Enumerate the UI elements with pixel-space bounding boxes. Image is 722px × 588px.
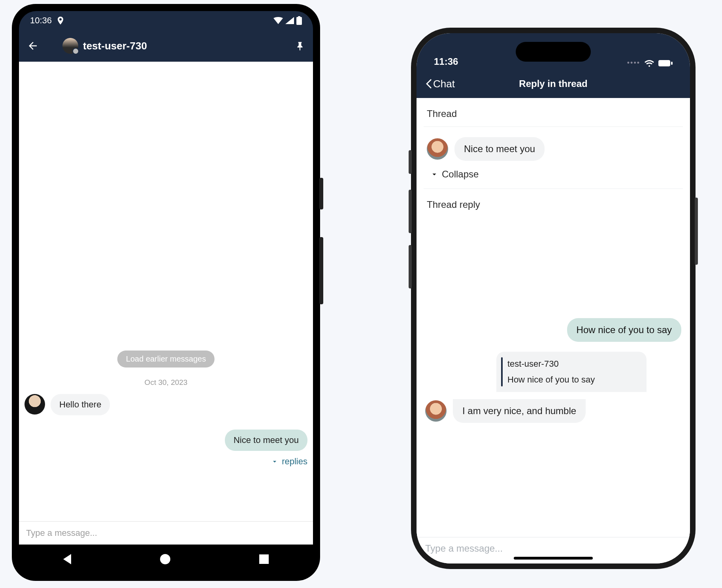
message-bubble-incoming[interactable]: I am very nice, and humble — [453, 399, 586, 423]
chat-header-title: test-user-730 — [83, 40, 147, 52]
chat-area: Load earlier messages Oct 30, 2023 Hello… — [19, 62, 313, 545]
message-outgoing: Nice to meet you replies — [225, 430, 307, 467]
back-arrow-icon[interactable] — [27, 40, 39, 52]
battery-icon — [296, 16, 302, 25]
signal-dots-icon: •••• — [627, 59, 640, 67]
thread-reply-section-label: Thread reply — [417, 189, 690, 217]
thread-body: Thread Nice to meet you Collapse Thread … — [417, 98, 690, 564]
message-bubble-outgoing[interactable]: Nice to meet you — [225, 430, 307, 451]
android-volume-button — [319, 237, 323, 304]
svg-rect-0 — [296, 17, 302, 25]
thread-replies-link[interactable]: replies — [271, 456, 307, 467]
iphone-frame: 11:36 •••• Chat Reply in thread — [411, 28, 696, 569]
message-avatar[interactable] — [425, 400, 447, 422]
message-input-bar — [19, 521, 313, 545]
svg-rect-1 — [298, 16, 300, 17]
collapse-label: Collapse — [442, 169, 479, 180]
back-label: Chat — [433, 78, 455, 90]
collapse-toggle[interactable]: Collapse — [417, 165, 690, 188]
thread-header-title: Reply in thread — [519, 78, 587, 89]
signal-icon — [285, 17, 294, 24]
date-separator: Oct 30, 2023 — [145, 378, 188, 387]
wifi-icon — [644, 60, 654, 67]
replies-label: replies — [282, 456, 307, 467]
back-button[interactable]: Chat — [424, 78, 455, 90]
quote-text: How nice of you to say — [507, 375, 638, 385]
message-avatar[interactable] — [427, 138, 448, 160]
status-time: 11:36 — [434, 56, 458, 67]
wifi-icon — [273, 17, 283, 24]
message-incoming: I am very nice, and humble — [425, 399, 681, 423]
load-earlier-button[interactable]: Load earlier messages — [117, 351, 215, 368]
chevron-down-icon — [430, 170, 439, 179]
svg-rect-3 — [671, 62, 673, 65]
svg-rect-2 — [658, 60, 670, 66]
thread-reply-list[interactable]: How nice of you to say test-user-730 How… — [417, 217, 690, 537]
iphone-power-button — [695, 198, 698, 265]
android-screen: 10:36 — [19, 11, 313, 574]
quoted-message[interactable]: test-user-730 How nice of you to say — [496, 352, 647, 392]
battery-icon — [658, 60, 673, 67]
nav-recent-icon[interactable] — [259, 554, 269, 564]
android-status-bar: 10:36 — [19, 11, 313, 30]
message-avatar[interactable] — [25, 394, 45, 415]
message-list[interactable]: Load earlier messages Oct 30, 2023 Hello… — [19, 62, 313, 521]
thread-header: Chat Reply in thread — [417, 70, 690, 98]
iphone-volume-down — [409, 245, 412, 288]
chevron-down-icon — [271, 458, 279, 466]
home-indicator[interactable] — [514, 557, 593, 560]
pin-icon[interactable] — [295, 41, 305, 51]
location-icon — [57, 17, 64, 24]
iphone-volume-up — [409, 190, 412, 233]
chevron-left-icon — [424, 78, 432, 89]
android-nav-bar — [19, 545, 313, 574]
user-avatar[interactable] — [62, 38, 78, 54]
thread-original-message: Nice to meet you — [417, 127, 690, 165]
nav-home-icon[interactable] — [160, 554, 170, 564]
thread-section-label: Thread — [417, 98, 690, 126]
quote-bar — [501, 357, 503, 386]
android-phone-frame: 10:36 — [12, 4, 320, 581]
chat-header: test-user-730 — [19, 30, 313, 62]
message-incoming: Hello there — [25, 394, 110, 415]
iphone-silent-switch — [409, 150, 412, 174]
message-input[interactable] — [26, 528, 306, 538]
message-input[interactable] — [425, 543, 681, 554]
quote-username: test-user-730 — [507, 359, 638, 369]
android-power-button — [319, 178, 323, 209]
message-bubble-outgoing[interactable]: How nice of you to say — [567, 318, 681, 342]
iphone-screen: 11:36 •••• Chat Reply in thread — [417, 33, 690, 564]
message-bubble-incoming[interactable]: Nice to meet you — [454, 137, 545, 161]
message-bubble-incoming[interactable]: Hello there — [51, 394, 110, 415]
status-time: 10:36 — [30, 15, 52, 26]
dynamic-island — [516, 42, 591, 62]
nav-back-icon[interactable] — [63, 554, 71, 564]
